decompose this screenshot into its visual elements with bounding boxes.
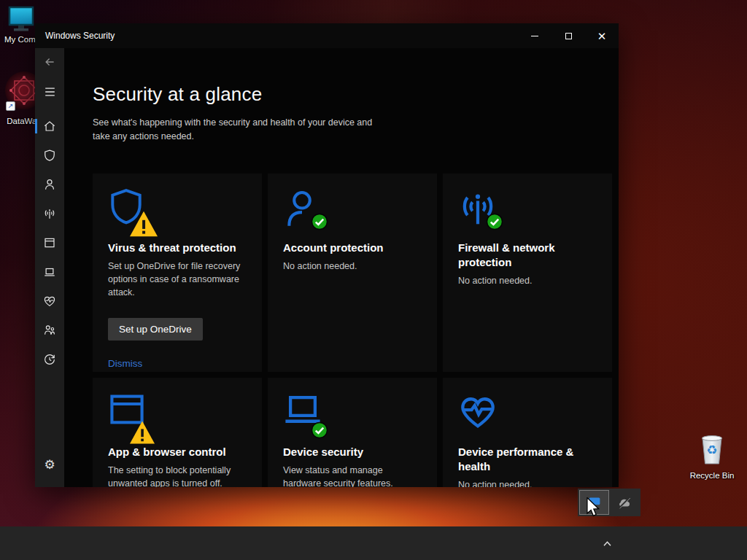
user-icon — [43, 178, 56, 191]
sidebar-item-app-browser-control[interactable] — [35, 233, 64, 253]
tile-description: No action needed. — [458, 478, 597, 487]
tile-device-security[interactable]: Device security View status and manage h… — [268, 378, 437, 487]
shield-icon — [43, 149, 56, 162]
check-badge-icon — [486, 213, 503, 230]
tile-title: Device security — [283, 445, 422, 459]
sidebar-item-account-protection[interactable] — [35, 174, 64, 195]
shortcut-arrow-icon: ↗ — [6, 101, 15, 111]
heart-pulse-icon — [458, 392, 505, 439]
back-arrow-icon — [43, 55, 56, 69]
tile-description: No action needed. — [283, 260, 422, 273]
tile-title: Virus & threat protection — [108, 241, 247, 255]
browser-window-icon — [43, 236, 56, 249]
minimize-icon — [531, 36, 538, 36]
page-title: Security at a glance — [93, 83, 619, 106]
shield-icon — [108, 188, 155, 235]
back-button[interactable] — [35, 52, 64, 72]
gear-icon: ⚙ — [44, 457, 55, 472]
main-content: Security at a glance See what's happenin… — [64, 48, 619, 487]
tile-grid: Virus & threat protection Set up OneDriv… — [93, 174, 619, 487]
selected-indicator — [35, 119, 37, 133]
sidebar: ⚙ — [35, 48, 64, 487]
hamburger-icon — [44, 87, 56, 97]
home-icon — [43, 120, 56, 133]
windows-security-window: Windows Security ✕ — [35, 23, 619, 487]
history-clock-icon — [43, 353, 56, 366]
desktop-icon-label: Recycle Bin — [687, 471, 737, 480]
sidebar-item-firewall-network-protection[interactable] — [35, 203, 64, 224]
maximize-button[interactable] — [551, 23, 585, 48]
recycle-bin-icon: ♻ — [696, 432, 728, 467]
wireless-icon — [43, 207, 56, 220]
taskbar[interactable] — [0, 526, 747, 560]
close-icon: ✕ — [597, 31, 607, 42]
tile-description: View status and manage hardware security… — [283, 464, 422, 487]
tile-title: Firewall & network protection — [458, 241, 597, 271]
window-controls: ✕ — [518, 23, 619, 48]
tile-description: No action needed. — [458, 274, 597, 287]
maximize-icon — [565, 33, 572, 39]
tile-description: Set up OneDrive for file recovery option… — [108, 260, 247, 299]
warning-badge-icon — [128, 210, 159, 238]
titlebar[interactable]: Windows Security ✕ — [35, 23, 619, 48]
heart-pulse-icon — [43, 295, 56, 308]
desktop: My Computer ↗ DataWag — [0, 0, 747, 560]
dismiss-link[interactable]: Dismiss — [108, 358, 142, 369]
laptop-icon — [283, 392, 330, 439]
tile-app-browser-control[interactable]: App & browser control The setting to blo… — [93, 378, 262, 487]
browser-window-icon — [108, 392, 155, 439]
window-title: Windows Security — [35, 31, 518, 41]
menu-button[interactable] — [35, 82, 64, 102]
family-icon — [43, 324, 56, 337]
chevron-up-icon — [603, 540, 612, 547]
close-button[interactable]: ✕ — [585, 23, 619, 48]
page-subtitle: See what's happening with the security a… — [93, 116, 377, 144]
sidebar-item-protection-history[interactable] — [35, 349, 64, 370]
sidebar-item-family-options[interactable] — [35, 320, 64, 341]
tile-description: The setting to block potentially unwante… — [108, 464, 247, 487]
sidebar-item-device-security[interactable] — [35, 262, 64, 282]
tile-title: Account protection — [283, 241, 422, 255]
tile-device-performance-health[interactable]: Device performance & health No action ne… — [443, 378, 612, 487]
tile-title: Device performance & health — [458, 445, 597, 475]
mouse-cursor — [586, 497, 600, 518]
tile-virus-threat-protection[interactable]: Virus & threat protection Set up OneDriv… — [93, 174, 262, 372]
wireless-icon — [458, 188, 505, 235]
sidebar-item-home[interactable] — [35, 116, 64, 136]
minimize-button[interactable] — [518, 23, 551, 48]
sidebar-item-device-performance-health[interactable] — [35, 291, 64, 311]
setup-onedrive-button[interactable]: Set up OneDrive — [108, 318, 203, 341]
warning-badge-icon — [128, 420, 156, 445]
sidebar-item-virus-threat-protection[interactable] — [35, 145, 64, 166]
cloud-offline-button[interactable] — [610, 491, 638, 514]
cloud-slash-icon — [616, 496, 632, 509]
check-badge-icon — [311, 213, 328, 230]
laptop-icon — [43, 265, 56, 279]
settings-button[interactable]: ⚙ — [35, 454, 64, 475]
desktop-icon-recycle-bin[interactable]: ♻ Recycle Bin — [687, 432, 737, 480]
check-badge-icon — [311, 421, 328, 439]
tile-title: App & browser control — [108, 445, 247, 459]
show-hidden-icons-button[interactable] — [597, 535, 617, 551]
tile-firewall-network-protection[interactable]: Firewall & network protection No action … — [443, 174, 612, 372]
user-icon — [283, 188, 330, 235]
tile-account-protection[interactable]: Account protection No action needed. — [268, 174, 437, 372]
